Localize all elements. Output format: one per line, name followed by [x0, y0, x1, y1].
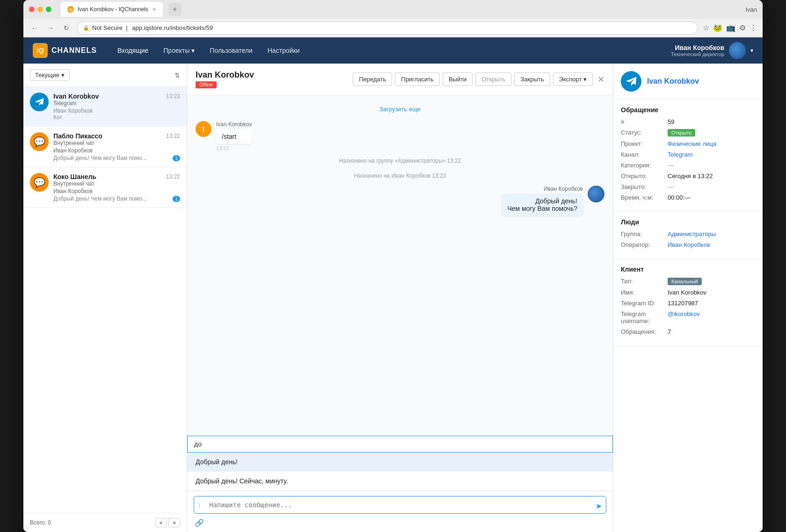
chat-name-row: Пабло Пикассо 13:22 [53, 132, 180, 140]
filter-sort-icon[interactable]: ⇅ [175, 72, 180, 79]
refresh-button[interactable]: ↻ [61, 22, 72, 34]
nav-settings[interactable]: Настройки [261, 44, 306, 57]
settings-icon[interactable]: ⚙ [739, 23, 746, 32]
pagination-next[interactable]: » [168, 518, 180, 527]
appeal-number-row: # 59 [621, 118, 755, 125]
menu-icon[interactable]: ⋮ [750, 23, 757, 32]
user-dropdown-chevron[interactable]: ▾ [750, 47, 753, 54]
sidebar: Текущие ▾ ⇅ Ivan Korobkov 13:23 [23, 64, 187, 532]
new-tab-button[interactable]: + [168, 3, 182, 16]
app-body: Текущие ▾ ⇅ Ivan Korobkov 13:23 [23, 64, 763, 532]
people-operator-row: Оператор: Иван Коробков [621, 241, 755, 248]
appeal-category-row: Категория: — [621, 162, 755, 169]
operator-label: Оператор: [621, 241, 668, 248]
input-area: \ ➤ 🔗 [187, 491, 613, 532]
nav-incoming[interactable]: Входящие [111, 44, 155, 57]
close-button[interactable]: Закрыть [514, 72, 550, 86]
load-more-button[interactable]: Загрузить еще [196, 102, 604, 116]
appeal-section: Обращение # 59 Статус: Открыто Проект: Ф… [613, 100, 763, 212]
message-time: 13:22 [216, 145, 252, 151]
invite-button[interactable]: Пригласить [395, 72, 440, 86]
back-button[interactable]: ← [29, 22, 40, 34]
client-type-row: Тип: Канальный [621, 278, 755, 285]
attach-icon[interactable]: 🔗 [195, 519, 204, 527]
client-name-row: Имя: Ivan Korobkov [621, 289, 755, 296]
message-sender-own: Иван Коробков [502, 186, 583, 192]
message-input-active[interactable] [194, 440, 606, 448]
export-button[interactable]: Экспорт ▾ [553, 72, 593, 86]
appeal-project-row: Проект: Физические лица [621, 140, 755, 147]
minimize-window-button[interactable] [37, 7, 43, 12]
status-label: Статус: [621, 129, 668, 137]
maximize-window-button[interactable] [46, 7, 51, 12]
forward-button[interactable]: → [45, 22, 56, 34]
chat-agent: Иван Коробков [53, 108, 93, 114]
transfer-button[interactable]: Передать [353, 72, 392, 86]
autocomplete-item[interactable]: Добрый день! [187, 453, 613, 472]
chat-info: Ivan Korobkov 13:23 Telegram Иван Коробк… [53, 93, 180, 121]
chat-item[interactable]: 💬 Пабло Пикассо 13:22 Внутренний чат Ива… [23, 127, 187, 167]
category-label: Категория: [621, 162, 668, 169]
appeal-channel-row: Канал: Telegram [621, 151, 755, 158]
client-name-value: Ivan Korobkov [668, 289, 755, 296]
exit-button[interactable]: Выйти [443, 72, 473, 86]
chat-badge: 1 [173, 155, 180, 161]
autocomplete-item[interactable]: Добрый день! Сейчас, минуту. [187, 472, 613, 491]
chat-info: Коко Шанель 13:22 Внутренний чат Иван Ко… [53, 173, 180, 202]
chat-time: 13:22 [166, 133, 180, 139]
user-avatar-globe[interactable] [729, 42, 746, 59]
open-button[interactable]: Открыть [475, 72, 511, 86]
pagination-prev[interactable]: « [155, 518, 167, 527]
chat-name-row: Ivan Korobkov 13:23 [53, 93, 180, 100]
message-textarea[interactable] [194, 496, 606, 514]
bookmark-icon[interactable]: ☆ [703, 23, 709, 32]
panel-user-name[interactable]: Ivan Korobkov [647, 77, 699, 86]
chat-preview-row: Иван Коробков [53, 108, 180, 114]
chat-channel: Внутренний чат [53, 180, 180, 187]
client-type-value: Канальный [668, 278, 755, 285]
dismiss-button[interactable]: ✕ [597, 74, 604, 85]
close-window-button[interactable] [29, 7, 35, 12]
chat-preview-row: Иван Коробков [53, 188, 180, 194]
opened-value: Сегодня в 13:22 [668, 173, 755, 180]
chat-preview: Добрый день! Чем могу Вам помо... [53, 155, 147, 161]
logo[interactable]: iQ CHANNELS [33, 43, 97, 58]
browser-tab[interactable]: iQ Ivan Korobkov - IQChannels ✕ [61, 2, 163, 17]
cast-icon[interactable]: 📺 [726, 23, 735, 32]
message-content-own: Иван Коробков Добрый день!Чем могу Вам п… [502, 186, 583, 216]
nav-projects[interactable]: Проекты ▾ [157, 44, 201, 57]
filter-button[interactable]: Текущие ▾ [30, 69, 70, 81]
tab-close-button[interactable]: ✕ [152, 7, 156, 13]
emoji-icon[interactable]: 🐸 [713, 23, 722, 32]
chat-avatar-internal: 💬 [30, 173, 49, 192]
nav-users[interactable]: Пользователи [203, 44, 259, 57]
appeal-time-row: Время, ч:м: 00:00:— [621, 194, 755, 201]
group-value[interactable]: Администраторы [668, 230, 755, 237]
chat-header-name: Ivan Korobkov [196, 70, 345, 80]
chat-item[interactable]: 💬 Коко Шанель 13:22 Внутренний чат Иван … [23, 167, 187, 208]
browser-user-label: Ivan [745, 6, 757, 13]
chat-channel: Внутренний чат [53, 140, 180, 146]
client-tid-row: Telegram ID: 131207987 [621, 300, 755, 307]
client-username-value[interactable]: @ikorobkov [668, 310, 755, 324]
address-input[interactable]: 🔒 Not Secure | app.iqstore.ru/inbox/tick… [77, 22, 698, 35]
message-input-wrapper: \ ➤ [194, 496, 606, 516]
chat-list: Ivan Korobkov 13:23 Telegram Иван Коробк… [23, 87, 187, 513]
chat-channel: Telegram [53, 100, 180, 107]
operator-value[interactable]: Иван Коробков [668, 241, 755, 248]
chat-item[interactable]: Ivan Korobkov 13:23 Telegram Иван Коробк… [23, 87, 187, 127]
agent-avatar [588, 186, 604, 202]
pagination-buttons: « » [155, 518, 180, 527]
chat-name: Пабло Пикассо [53, 132, 102, 140]
send-icon[interactable]: ➤ [596, 502, 602, 510]
message-content: Ivan Korobkov /start 13:22 [216, 121, 252, 151]
status-open-badge: Открыто [668, 129, 695, 137]
closed-label: Закрыто: [621, 183, 668, 190]
project-value[interactable]: Физические лица [668, 140, 755, 147]
channel-value[interactable]: Telegram [668, 151, 755, 158]
panel-user-header: Ivan Korobkov [613, 64, 763, 100]
message-bubble: /start [216, 129, 252, 144]
message-row-own: Иван Коробков Добрый день!Чем могу Вам п… [196, 186, 604, 216]
status-badge: Offline [196, 81, 217, 88]
right-panel: Ivan Korobkov Обращение # 59 Статус: Отк… [613, 64, 763, 532]
